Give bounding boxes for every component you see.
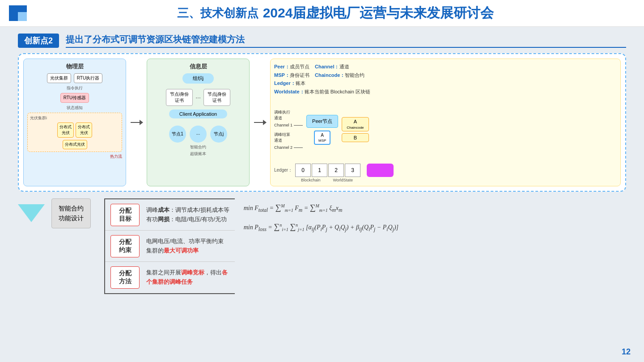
dist-pv2-box: 分布式光伏 bbox=[76, 122, 92, 138]
header: 三、技术创新点 2024届虚拟电厂运营与未来发展研讨会 bbox=[0, 0, 644, 27]
bc-block-0: 0 bbox=[295, 164, 311, 177]
cert-row: 节点i身份证书 ··· 节点j身份证书 bbox=[151, 89, 246, 106]
bc-worldstate-label: Worldstate： bbox=[274, 89, 305, 94]
bc-peer-label: Peer： bbox=[274, 64, 290, 69]
alloc-target-row: 分配目标 调峰成本：调节成本/损耗成本等 有功网损：电阻/电压/有功/无功 bbox=[105, 199, 235, 231]
main-diagram: 物理层 光伏集群 RTU执行器 指令执行 RTU传感器 状态感知 光伏集群i 分… bbox=[18, 53, 626, 192]
bc-block-3: 3 bbox=[345, 164, 360, 177]
phys-layer-label: 物理层 bbox=[27, 63, 122, 71]
alloc-method-label: 分配方法 bbox=[110, 266, 140, 289]
client-app-box: Client Application bbox=[169, 109, 227, 118]
blockchain-layer: Peer：成员节点 Channel：通道 MSP：身份证书 Chaincode：… bbox=[270, 59, 621, 186]
pv-cluster2-label: 光伏集群i bbox=[30, 115, 119, 121]
rtu-exec-box: RTU执行器 bbox=[74, 73, 102, 83]
node-cert2-box: 节点j身份证书 bbox=[203, 89, 230, 106]
bc-left: 调峰执行通道 Channel 1 调峰结算通道 Channel 2 bbox=[274, 100, 303, 160]
arrow-phys-info bbox=[130, 59, 143, 186]
phys-cluster-area: 光伏集群i 分布式光伏 分布式光伏 分布式光伏 bbox=[27, 113, 122, 152]
alloc-constraint-content: 电网电压/电流、功率平衡约束 集群的最大可调功率 bbox=[146, 237, 224, 256]
alloc-constraint-label-text: 分配约束 bbox=[119, 238, 131, 253]
bc-info-text: Peer：成员节点 Channel：通道 MSP：身份证书 Chaincode：… bbox=[274, 63, 617, 96]
svg-marker-5 bbox=[140, 120, 143, 125]
cmd-exec-label: 指令执行 bbox=[27, 85, 122, 91]
main-content: 创新点2 提出了分布式可调节资源区块链管控建模方法 物理层 光伏集群 RTU执行… bbox=[0, 27, 644, 362]
bc-ledger-area: Ledger： 0 1 2 3 bbox=[274, 164, 617, 177]
allocation-boxes: 分配目标 调峰成本：调节成本/损耗成本等 有功网损：电阻/电压/有功/无功 分配… bbox=[104, 198, 235, 294]
bc-diagram-area: 调峰执行通道 Channel 1 调峰结算通道 Channel 2 Peer节点… bbox=[274, 100, 617, 160]
smart-contract-label: 智能合约 bbox=[151, 144, 246, 150]
section-label: 三、技术创新点 bbox=[177, 5, 258, 21]
alloc-method-row: 分配方法 集群之间开展调峰竞标，得出各 个集群的调峰任务 bbox=[105, 262, 235, 293]
alloc-target-content: 调峰成本：调节成本/损耗成本等 有功网损：电阻/电压/有功/无功 bbox=[146, 206, 229, 224]
bc-msp-label: MSP： bbox=[274, 72, 290, 78]
bc-peer-node: Peer节点 bbox=[306, 115, 338, 128]
bc-block-2: 2 bbox=[328, 164, 344, 177]
svg-rect-3 bbox=[18, 14, 25, 20]
alloc-method-label-text: 分配方法 bbox=[119, 269, 131, 285]
cert-dots: ··· bbox=[195, 94, 201, 101]
svg-rect-0 bbox=[11, 7, 17, 13]
super-ledger-label: 超级账本 bbox=[151, 151, 246, 157]
smart-contract-design: 智能合约 功能设计 bbox=[18, 198, 91, 228]
bc-msp-node: AMSP bbox=[314, 130, 330, 145]
down-arrow-icon bbox=[18, 204, 45, 222]
bc-label-row: Blockchain WorldState bbox=[274, 178, 617, 182]
dist-pv3-box: 分布式光伏 bbox=[63, 140, 87, 149]
smart-label-line2: 功能设计 bbox=[59, 215, 84, 222]
bc-ledger-text: Ledger： bbox=[274, 167, 292, 173]
nodej-circle: 节点j bbox=[210, 126, 227, 143]
bc-block-1: 1 bbox=[312, 164, 327, 177]
header-title-area: 三、技术创新点 2024届虚拟电厂运营与未来发展研讨会 bbox=[36, 4, 635, 22]
bc-worldstate-label2: WorldState bbox=[333, 178, 353, 182]
smart-label-box: 智能合约 功能设计 bbox=[51, 198, 91, 228]
conference-title: 2024届虚拟电厂运营与未来发展研讨会 bbox=[263, 4, 494, 22]
node-cert1-box: 节点i身份证书 bbox=[166, 89, 193, 106]
formula1: min Ftotal = ∑Mm=1 Fm = ∑Mm=1 ξmxm bbox=[244, 203, 626, 213]
svg-marker-7 bbox=[263, 120, 267, 125]
alloc-constraint-label: 分配约束 bbox=[110, 235, 140, 257]
pv-cluster-box: 光伏集群 bbox=[47, 73, 71, 83]
alloc-method-content: 集群之间开展调峰竞标，得出各 个集群的调峰任务 bbox=[146, 268, 228, 287]
physical-layer: 物理层 光伏集群 RTU执行器 指令执行 RTU传感器 状态感知 光伏集群i 分… bbox=[23, 59, 126, 186]
formula2: min Ploss = ∑ni=1 ∑nj=1 [αij(PiPj + QiQj… bbox=[244, 222, 626, 232]
innovation-badge: 创新点2 bbox=[18, 34, 59, 48]
down-arrow-box bbox=[18, 204, 45, 222]
bc-chaincode-label: Chaincode： bbox=[315, 72, 345, 78]
alloc-target-label: 分配目标 bbox=[110, 204, 140, 226]
node-row: 节点1 ··· 节点j bbox=[151, 126, 246, 143]
bottom-section: 智能合约 功能设计 分配目标 调峰成本：调节成本/损耗成本等 有功网损：电阻/电… bbox=[18, 198, 626, 294]
alloc-target-label-text: 分配目标 bbox=[119, 207, 131, 222]
svg-rect-1 bbox=[18, 7, 25, 13]
bc-ledger-label: Ledger： bbox=[274, 80, 296, 86]
bc-a-box: AChaincode bbox=[342, 117, 369, 131]
smart-label-line1: 智能合约 bbox=[59, 205, 84, 212]
state-sense-label: 状态感知 bbox=[27, 105, 122, 111]
bc-right-boxes: AChaincode B bbox=[342, 100, 369, 160]
node1-circle: 节点1 bbox=[169, 126, 186, 143]
innovation-header: 创新点2 提出了分布式可调节资源区块链管控建模方法 bbox=[18, 34, 626, 48]
info-layer: 信息层 组织j 节点i身份证书 ··· 节点j身份证书 Client Appli… bbox=[147, 59, 250, 186]
logo bbox=[9, 5, 27, 21]
bc-worldstate-box bbox=[367, 164, 394, 177]
heat-flow-label: 热力流 bbox=[27, 154, 122, 160]
info-layer-label: 信息层 bbox=[151, 63, 246, 71]
alloc-constraint-row: 分配约束 电网电压/电流、功率平衡约束 集群的最大可调功率 bbox=[105, 231, 235, 262]
innovation-title: 提出了分布式可调节资源区块链管控建模方法 bbox=[66, 34, 626, 48]
bc-channel-label: Channel： bbox=[315, 64, 339, 69]
org-j-box: 组织j bbox=[182, 73, 214, 84]
bc-blockchain-label: Blockchain bbox=[301, 178, 321, 182]
bc-b-box: B bbox=[342, 133, 369, 142]
page-number: 12 bbox=[622, 347, 631, 357]
rtu-sensor-box: RTU传感器 bbox=[60, 93, 89, 103]
dist-pv1-box: 分布式光伏 bbox=[57, 122, 74, 138]
bc-blocks: 0 1 2 3 bbox=[295, 164, 360, 177]
node-dots-circle: ··· bbox=[190, 126, 207, 143]
formula-section: min Ftotal = ∑Mm=1 Fm = ∑Mm=1 ξmxm min P… bbox=[244, 198, 626, 232]
arrow-info-bc bbox=[253, 59, 267, 186]
svg-rect-2 bbox=[11, 14, 17, 20]
